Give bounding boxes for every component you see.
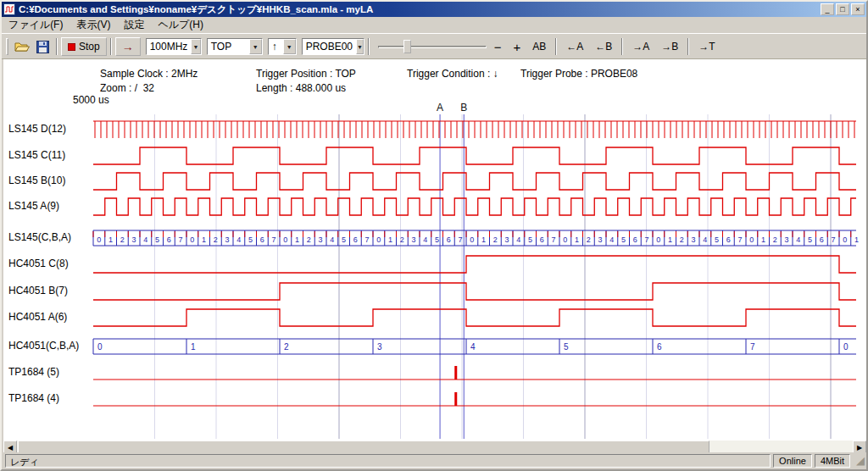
goto-marker-a-button[interactable]: ←A <box>560 38 589 55</box>
trigger-condition-info: Trigger Condition : ↓ <box>407 68 498 80</box>
app-icon <box>3 3 15 15</box>
stop-button-label: Stop <box>79 41 100 53</box>
channel-label: LS145(C,B,A) <box>8 231 71 243</box>
toolbar-separator <box>368 38 370 55</box>
toolbar-separator <box>687 38 689 55</box>
run-arrow-icon: → <box>122 40 134 53</box>
close-button[interactable]: × <box>851 3 865 15</box>
trigger-position-value: TOP <box>208 41 249 53</box>
statusbar: レディ Online 4MBit ◢ <box>3 452 866 469</box>
zoom-slider-thumb[interactable] <box>403 40 411 53</box>
toolbar-separator <box>555 38 557 55</box>
chevron-down-icon[interactable]: ▼ <box>249 39 262 54</box>
channel-label: HC4051 A(6) <box>8 311 67 323</box>
sample-clock-info: Sample Clock : 2MHz <box>100 68 198 80</box>
chevron-down-icon[interactable]: ▼ <box>283 39 296 54</box>
open-file-button[interactable] <box>12 37 32 56</box>
status-message: レディ <box>5 454 771 468</box>
ab-range-button[interactable]: AB <box>526 38 552 55</box>
sample-clock-value: 100MHz <box>147 41 192 53</box>
goto-trigger-button[interactable]: →T <box>693 38 721 55</box>
channel-label: HC4051 B(7) <box>8 285 68 296</box>
channel-label: LS145 A(9) <box>8 200 59 212</box>
menu-file[interactable]: ファイル(F) <box>2 16 70 34</box>
trigger-edge-value: ↑ <box>269 41 283 53</box>
open-folder-icon <box>14 41 30 53</box>
toolbar: Stop → 100MHz ▼ TOP ▼ ↑ ▼ PROBE00 ▼ − + … <box>2 35 866 59</box>
zoom-slider-track <box>378 46 487 48</box>
length-info: Length : 488.000 us <box>256 82 346 94</box>
resize-grip[interactable]: ◢ <box>853 454 865 468</box>
save-file-button[interactable] <box>32 37 53 56</box>
titlebar: C:¥Documents and Settings¥noname¥デスクトップ¥… <box>2 2 866 17</box>
online-status-badge: Online <box>773 454 812 468</box>
menu-settings[interactable]: 設定 <box>117 16 151 34</box>
menu-help[interactable]: ヘルプ(H) <box>151 16 210 34</box>
chevron-down-icon[interactable]: ▼ <box>356 39 364 54</box>
menubar: ファイル(F) 表示(V) 設定 ヘルプ(H) <box>2 17 866 34</box>
channel-label: LS145 D(12) <box>8 123 66 135</box>
zoom-slider[interactable] <box>376 37 488 56</box>
trigger-edge-select[interactable]: ↑ ▼ <box>268 38 297 55</box>
toolbar-separator <box>110 38 112 55</box>
sample-clock-select[interactable]: 100MHz ▼ <box>146 38 202 55</box>
maximize-button[interactable]: □ <box>836 3 849 15</box>
toolbar-grip <box>6 38 8 55</box>
channel-label: LS145 B(10) <box>8 175 65 186</box>
trigger-position-info: Trigger Position : TOP <box>256 68 356 80</box>
channel-label: TP1684 (4) <box>8 392 59 404</box>
goto-marker-b-button[interactable]: ←B <box>589 38 618 55</box>
run-button[interactable]: → <box>115 37 141 56</box>
app-window: C:¥Documents and Settings¥noname¥デスクトップ¥… <box>0 0 868 471</box>
memory-status-badge: 4MBit <box>815 454 850 468</box>
next-marker-a-button[interactable]: →A <box>626 38 655 55</box>
next-marker-b-button[interactable]: →B <box>655 38 684 55</box>
floppy-disk-icon <box>36 41 49 53</box>
trigger-probe-info: Trigger Probe : PROBE08 <box>520 68 637 80</box>
trigger-position-select[interactable]: TOP ▼ <box>207 38 263 55</box>
window-title: C:¥Documents and Settings¥noname¥デスクトップ¥… <box>19 3 819 16</box>
stop-icon <box>68 43 75 51</box>
channel-label: HC4051(C,B,A) <box>8 340 79 352</box>
channel-label: LS145 C(11) <box>8 149 65 161</box>
zoom-info: Zoom : / 32 <box>100 82 154 94</box>
channel-label: HC4051 C(8) <box>8 258 69 269</box>
channel-label: TP1684 (5) <box>8 366 59 378</box>
menu-view[interactable]: 表示(V) <box>70 16 117 34</box>
chevron-down-icon[interactable]: ▼ <box>191 39 200 54</box>
trigger-probe-value: PROBE00 <box>303 41 356 53</box>
zoom-in-button[interactable]: + <box>507 39 526 55</box>
minimize-button[interactable]: _ <box>821 3 834 15</box>
start-time-label: 5000 us <box>73 94 109 106</box>
toolbar-separator <box>56 38 58 55</box>
waveform-client-area <box>3 59 866 441</box>
zoom-out-button[interactable]: − <box>488 39 508 55</box>
stop-button[interactable]: Stop <box>61 37 107 56</box>
trigger-probe-select[interactable]: PROBE00 ▼ <box>302 38 364 55</box>
toolbar-separator <box>621 38 623 55</box>
